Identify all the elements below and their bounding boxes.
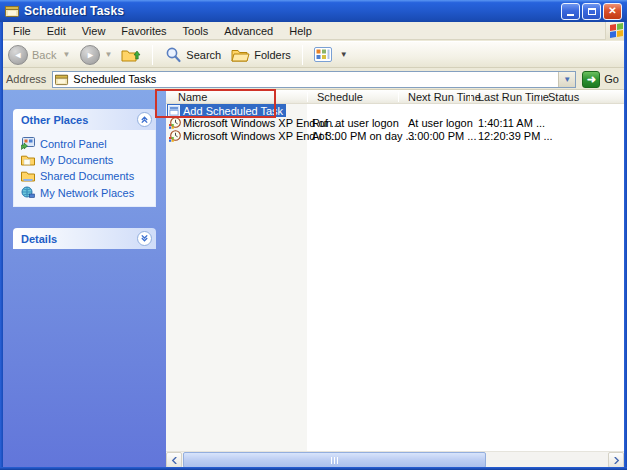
address-label: Address — [3, 73, 52, 85]
window-title: Scheduled Tasks — [24, 4, 559, 18]
other-places-header[interactable]: Other Places — [13, 109, 156, 130]
window-border-left — [0, 22, 3, 470]
sidebar-item-my-network-places[interactable]: My Network Places — [21, 186, 151, 199]
expand-chevron-icon[interactable] — [137, 231, 152, 246]
scrollbar-thumb[interactable] — [183, 452, 486, 467]
row-next-run-time: At user logon — [408, 117, 473, 129]
folder-icon — [21, 170, 35, 182]
details-title: Details — [21, 233, 57, 245]
title-bar: Scheduled Tasks ✕ — [0, 0, 627, 22]
table-row-add-scheduled-task[interactable]: Add Scheduled Task — [166, 104, 624, 117]
selected-row-highlight[interactable]: Add Scheduled Task — [167, 104, 286, 117]
scroll-left-button[interactable] — [166, 452, 182, 467]
go-button[interactable]: ➜ — [582, 71, 600, 88]
sidebar-item-label: Shared Documents — [40, 170, 134, 182]
folders-button[interactable]: Folders — [226, 45, 296, 65]
scroll-right-arrow-icon — [613, 457, 620, 464]
maximize-button[interactable] — [582, 3, 601, 20]
collapse-chevron-icon[interactable] — [137, 112, 152, 127]
sidebar-item-label: My Documents — [40, 154, 113, 166]
up-folder-icon — [121, 46, 141, 64]
list-column-headers: Name Schedule Next Run Time Last Run Tim… — [166, 90, 624, 104]
address-bar: Address Scheduled Tasks ▼ ➜ Go — [0, 69, 627, 90]
row-last-run-time: 1:40:11 AM ... — [478, 117, 545, 129]
folders-label: Folders — [254, 49, 291, 61]
back-button[interactable]: ◄ — [8, 45, 28, 65]
network-icon — [21, 186, 35, 199]
minimize-button[interactable] — [561, 3, 580, 20]
sidebar-item-control-panel[interactable]: Control Panel — [21, 137, 151, 150]
name-column-shading — [166, 104, 307, 451]
address-dropdown-button[interactable]: ▼ — [558, 72, 575, 87]
menu-file[interactable]: File — [5, 23, 39, 39]
menu-favorites[interactable]: Favorites — [113, 23, 174, 39]
details-header[interactable]: Details — [13, 228, 156, 249]
column-header-name[interactable]: Name — [178, 91, 207, 103]
task-list-view: Name Schedule Next Run Time Last Run Tim… — [166, 90, 624, 467]
folder-icon — [21, 154, 35, 166]
row-name: Add Scheduled Task — [183, 105, 283, 117]
menu-help[interactable]: Help — [281, 23, 320, 39]
row-last-run-time: 12:20:39 PM ... — [478, 130, 553, 142]
sidebar-item-shared-documents[interactable]: Shared Documents — [21, 170, 151, 182]
column-header-status[interactable]: Status — [548, 91, 579, 103]
search-label: Search — [186, 49, 221, 61]
row-next-run-time: 3:00:00 PM ... — [408, 130, 476, 142]
menu-tools[interactable]: Tools — [175, 23, 217, 39]
address-value: Scheduled Tasks — [73, 73, 156, 85]
toolbar-separator — [302, 45, 303, 65]
back-button-label: Back — [32, 49, 56, 61]
other-places-body: Control Panel My Documents — [13, 130, 156, 207]
search-icon — [164, 46, 182, 64]
back-dropdown-arrow-icon[interactable]: ▼ — [62, 50, 70, 59]
sidebar-item-my-documents[interactable]: My Documents — [21, 154, 151, 166]
other-places-title: Other Places — [21, 114, 88, 126]
horizontal-scrollbar[interactable] — [166, 451, 624, 467]
main-area: Other Places Control Panel — [3, 90, 624, 467]
menu-view[interactable]: View — [74, 23, 114, 39]
menu-bar: File Edit View Favorites Tools Advanced … — [0, 22, 627, 40]
scheduled-task-icon — [169, 117, 181, 129]
up-button[interactable] — [116, 44, 146, 66]
forward-dropdown-arrow-icon[interactable]: ▼ — [104, 50, 112, 59]
details-panel: Details — [13, 228, 156, 249]
close-button[interactable]: ✕ — [603, 3, 622, 20]
row-schedule: At 3:00 PM on day ... — [312, 130, 415, 142]
sidebar-item-label: My Network Places — [40, 187, 134, 199]
table-row-task-2[interactable]: Microsoft Windows XP End of ... At 3:00 … — [166, 130, 624, 143]
scheduled-tasks-app-icon — [5, 4, 20, 18]
toolbar-separator — [152, 45, 153, 65]
column-header-schedule[interactable]: Schedule — [317, 91, 363, 103]
search-button[interactable]: Search — [159, 44, 226, 66]
scheduled-task-icon — [169, 130, 181, 142]
control-panel-icon — [21, 137, 35, 150]
views-icon — [314, 47, 332, 62]
explorer-task-pane: Other Places Control Panel — [3, 90, 166, 467]
address-input[interactable]: Scheduled Tasks ▼ — [52, 71, 576, 88]
menu-advanced[interactable]: Advanced — [216, 23, 281, 39]
table-row-task-1[interactable]: Microsoft Windows XP End of ... Run at u… — [166, 117, 624, 130]
standard-buttons-toolbar: ◄ Back ▼ ► ▼ Search Folders — [0, 41, 627, 68]
scheduled-tasks-window: Scheduled Tasks ✕ File Edit View Favorit… — [0, 0, 627, 470]
go-label: Go — [604, 73, 619, 85]
forward-button[interactable]: ► — [80, 45, 100, 65]
views-dropdown-arrow-icon: ▼ — [340, 50, 348, 59]
address-folder-icon — [55, 73, 69, 86]
column-header-last-run-time[interactable]: Last Run Time — [478, 91, 549, 103]
sidebar-item-label: Control Panel — [40, 138, 107, 150]
menu-edit[interactable]: Edit — [39, 23, 74, 39]
add-scheduled-task-icon — [168, 105, 180, 117]
views-button[interactable]: ▼ — [309, 45, 357, 64]
scroll-left-arrow-icon — [171, 457, 178, 464]
other-places-panel: Other Places Control Panel — [13, 109, 156, 207]
row-schedule: Run at user logon — [312, 117, 399, 129]
folders-icon — [231, 47, 250, 63]
scroll-right-button[interactable] — [608, 452, 624, 467]
